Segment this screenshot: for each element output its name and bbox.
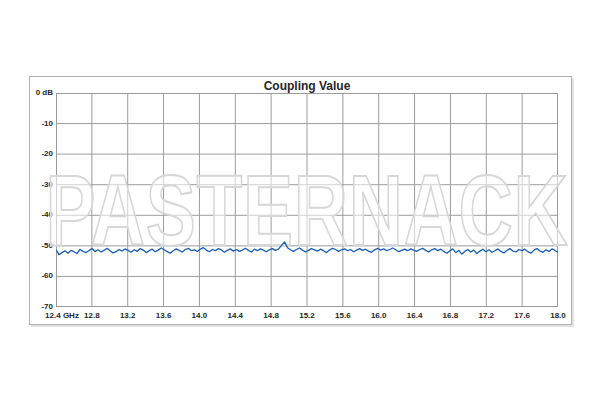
coupling-data-line	[56, 93, 558, 307]
y-tick-label: -40	[30, 210, 53, 220]
plot-area: PASTERNACK	[56, 93, 558, 307]
y-tick-label: -20	[30, 149, 53, 159]
x-axis-labels: 12.4 GHz12.813.213.614.014.414.815.215.6…	[56, 311, 558, 323]
y-tick-label: -10	[30, 119, 53, 129]
y-tick-label: 0 dB	[30, 88, 53, 98]
y-tick-label: -60	[30, 271, 53, 281]
y-tick-label: -30	[30, 180, 53, 190]
x-tick-label: 18.0	[530, 311, 586, 321]
coupling-value-chart: Coupling Value PASTERNACK 0 dB-10-20-30-…	[29, 76, 572, 325]
y-tick-label: -50	[30, 241, 53, 251]
chart-title: Coupling Value	[56, 79, 558, 93]
y-axis-labels: 0 dB-10-20-30-40-50-60-70	[30, 93, 53, 307]
